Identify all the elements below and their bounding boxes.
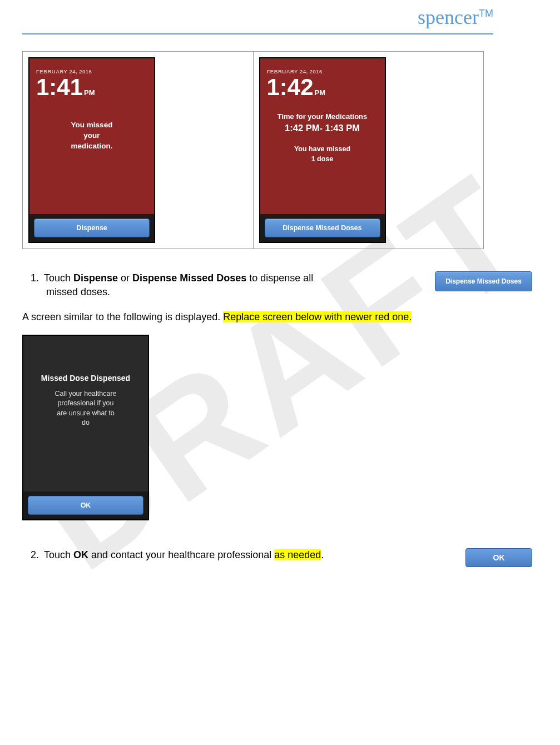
missed-count: You have missed 1 dose [267, 145, 378, 164]
dispensed-title: Missed Dose Dispensed [30, 374, 141, 383]
step-text: Touch [44, 272, 73, 284]
time-value: 1:41 [36, 76, 83, 99]
phone-time: 1:42PM [267, 76, 378, 99]
phone-screen-time-for-meds: FEBRUARY 24, 2016 1:42PM Time for your M… [259, 57, 386, 243]
step-number: 1. [31, 271, 44, 285]
time-value: 1:42 [267, 76, 314, 99]
phone-button-bar: Dispense [29, 214, 154, 242]
brand-tm: TM [479, 8, 493, 19]
dispense-missed-button[interactable]: Dispense Missed Doses [265, 218, 380, 237]
meds-range: 1:42 PM- 1:43 PM [267, 123, 378, 133]
phone-button-bar: OK [23, 491, 148, 519]
inline-ok-button[interactable]: OK [465, 548, 532, 567]
msg-line: medication. [71, 142, 112, 150]
msg-line: your [83, 131, 100, 140]
dispensed-body: Call your healthcare professional if you… [30, 389, 141, 428]
missed-message: You missed your medication. [36, 120, 147, 152]
brand-header: spencerTM [0, 0, 560, 33]
time-ampm: PM [315, 89, 326, 96]
msg-line: You missed [71, 121, 113, 129]
meds-title: Time for your Medications [267, 112, 378, 121]
sub-line: 1 dose [311, 155, 334, 163]
highlighted-note: Replace screen below with newer red one. [223, 311, 412, 322]
time-ampm: PM [84, 89, 95, 96]
meds-message: Time for your Medications 1:42 PM- 1:43 … [267, 112, 378, 133]
step-text: and contact your healthcare professional [88, 549, 274, 560]
ok-button[interactable]: OK [28, 496, 143, 515]
step-text-cont: missed doses. [46, 285, 424, 299]
dispense-button[interactable]: Dispense [34, 218, 150, 237]
phone-screen-missed: FEBRUARY 24, 2016 1:41PM You missed your… [28, 57, 155, 243]
step-number: 2. [31, 548, 44, 562]
body-line: Call your healthcare [54, 390, 116, 398]
brand-name: spencer [418, 6, 479, 28]
header-divider [22, 33, 493, 34]
step-bold: OK [73, 549, 88, 560]
phone-screen-dispensed: Missed Dose Dispensed Call your healthca… [22, 335, 149, 520]
step-bold: Dispense [73, 272, 118, 284]
instruction-step-1: 1.Touch Dispense or Dispense Missed Dose… [31, 271, 532, 299]
step-bold: Dispense Missed Doses [132, 272, 246, 284]
para-text: A screen similar to the following is dis… [22, 311, 223, 322]
step-text: to dispense all [246, 272, 313, 284]
inline-dispense-missed-button[interactable]: Dispense Missed Doses [435, 271, 532, 291]
step-text: or [118, 272, 132, 284]
screenshot-comparison-table: FEBRUARY 24, 2016 1:41PM You missed your… [22, 51, 484, 249]
step-text: Touch [44, 549, 73, 560]
instruction-step-2: 2.Touch OK and contact your healthcare p… [31, 548, 532, 567]
sub-line: You have missed [294, 145, 350, 153]
step-text: . [321, 549, 324, 560]
body-line: do [82, 419, 90, 426]
phone-time: 1:41PM [36, 76, 147, 99]
phone-button-bar: Dispense Missed Doses [260, 214, 385, 242]
body-line: professional if you [58, 399, 114, 407]
paragraph: A screen similar to the following is dis… [22, 310, 532, 324]
highlighted-text: as needed [274, 549, 321, 560]
body-line: are unsure what to [57, 409, 115, 417]
